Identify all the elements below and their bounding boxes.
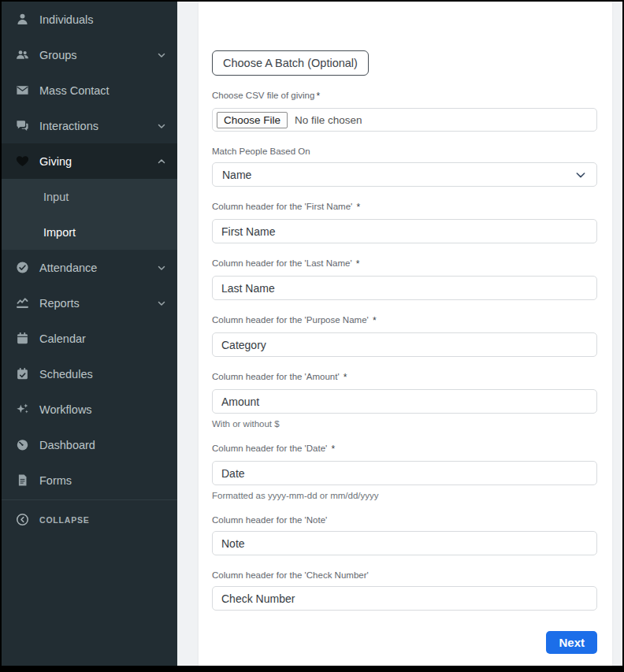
note-group: Column header for the 'Note': [212, 515, 597, 555]
sidebar-item-label: Dashboard: [39, 439, 166, 451]
field-label: Column header for the 'First Name' *: [212, 202, 597, 213]
sidebar-item-giving[interactable]: Giving: [2, 143, 177, 179]
check-number-column-input[interactable]: [212, 586, 597, 611]
sidebar-item-forms[interactable]: Forms: [2, 462, 177, 498]
field-label: Column header for the 'Check Number': [212, 570, 597, 580]
envelope-icon: [16, 84, 29, 97]
amount-group: Column header for the 'Amount' * With or…: [212, 372, 597, 429]
sidebar-item-label: Groups: [39, 49, 157, 61]
chevron-up-icon: [157, 157, 166, 166]
csv-file-input[interactable]: Choose File No file chosen: [212, 108, 597, 132]
field-label: Match People Based On: [212, 147, 597, 156]
first-name-column-input[interactable]: [212, 219, 597, 243]
sidebar-subitem-label: Input: [43, 191, 69, 203]
chevron-down-icon: [157, 299, 166, 308]
chevron-down-icon: [574, 169, 587, 181]
sidebar-item-interactions[interactable]: Interactions: [2, 108, 177, 143]
sidebar-item-individuals[interactable]: Individuals: [2, 2, 177, 37]
sidebar-item-label: Interactions: [39, 120, 157, 132]
sidebar-item-label: Schedules: [39, 368, 166, 381]
sidebar-subitem-input[interactable]: Input: [2, 179, 177, 214]
required-asterisk: *: [373, 315, 377, 326]
sidebar-subitem-import[interactable]: Import: [2, 214, 177, 250]
required-asterisk: *: [344, 372, 347, 383]
sidebar-item-groups[interactable]: Groups: [2, 37, 177, 72]
field-label: Column header for the 'Purpose Name' *: [212, 315, 597, 326]
sidebar-item-schedules[interactable]: Schedules: [2, 356, 177, 392]
sidebar-item-label: Individuals: [39, 13, 166, 26]
next-button[interactable]: Next: [546, 631, 597, 654]
sidebar-item-label: Calendar: [39, 332, 166, 345]
sidebar-item-label: Attendance: [39, 262, 157, 274]
field-label: Choose CSV file of giving*: [212, 91, 597, 102]
sidebar-subitem-label: Import: [43, 226, 76, 239]
sidebar-divider: [2, 499, 177, 500]
sidebar-item-label: Reports: [39, 297, 157, 310]
field-label: Column header for the 'Note': [212, 515, 597, 525]
purpose-name-group: Column header for the 'Purpose Name' *: [212, 315, 597, 357]
heart-icon: [16, 154, 29, 168]
sidebar-item-reports[interactable]: Reports: [2, 285, 177, 321]
check-number-group: Column header for the 'Check Number': [212, 570, 597, 611]
date-helper-text: Formatted as yyyy-mm-dd or mm/dd/yyyy: [212, 491, 597, 500]
sidebar-item-attendance[interactable]: Attendance: [2, 250, 177, 285]
sidebar: Individuals Groups Mass Contact Interact…: [2, 2, 177, 666]
date-group: Column header for the 'Date' * Formatted…: [212, 444, 597, 500]
person-icon: [16, 13, 29, 26]
sidebar-item-dashboard[interactable]: Dashboard: [2, 427, 177, 462]
purpose-name-column-input[interactable]: [212, 332, 597, 357]
choose-batch-button[interactable]: Choose A Batch (Optional): [212, 50, 369, 76]
chevron-down-icon: [157, 121, 166, 131]
sidebar-item-mass-contact[interactable]: Mass Contact: [2, 72, 177, 108]
calendar-icon: [16, 332, 29, 345]
chart-line-icon: [16, 296, 29, 310]
chevron-down-icon: [157, 50, 166, 60]
sidebar-item-label: Mass Contact: [39, 84, 166, 97]
form-actions: Next: [212, 631, 597, 654]
main-content: Choose A Batch (Optional) Choose CSV fil…: [177, 2, 622, 666]
csv-file-group: Choose CSV file of giving* Choose File N…: [212, 91, 597, 132]
giving-import-form: Choose A Batch (Optional) Choose CSV fil…: [199, 2, 612, 666]
first-name-group: Column header for the 'First Name' *: [212, 202, 597, 243]
collapse-sidebar-button[interactable]: COLLAPSE: [2, 502, 177, 537]
people-icon: [16, 48, 29, 61]
document-icon: [16, 473, 29, 487]
match-people-group: Match People Based On Name: [212, 147, 597, 187]
check-circle-icon: [16, 261, 29, 274]
sidebar-item-label: Giving: [39, 155, 157, 168]
field-label: Column header for the 'Last Name' *: [212, 258, 597, 269]
date-column-input[interactable]: [212, 461, 597, 485]
collapse-label: COLLAPSE: [39, 515, 90, 525]
required-asterisk: *: [356, 202, 360, 213]
sidebar-item-label: Workflows: [39, 403, 166, 416]
required-asterisk: *: [316, 91, 320, 102]
file-status-text: No file chosen: [295, 114, 362, 126]
chevron-left-circle-icon: [16, 513, 29, 526]
chevron-down-icon: [157, 263, 166, 273]
last-name-column-input[interactable]: [212, 276, 597, 300]
sidebar-item-workflows[interactable]: Workflows: [2, 392, 177, 427]
choose-file-button[interactable]: Choose File: [217, 112, 288, 128]
required-asterisk: *: [356, 258, 360, 269]
match-people-select[interactable]: Name: [212, 162, 597, 187]
app-window: Individuals Groups Mass Contact Interact…: [0, 0, 624, 672]
required-asterisk: *: [332, 444, 336, 455]
amount-helper-text: With or without $: [212, 419, 597, 429]
gauge-icon: [16, 438, 29, 451]
field-label: Column header for the 'Date' *: [212, 444, 597, 455]
giving-submenu: Input Import: [2, 179, 177, 250]
sidebar-item-calendar[interactable]: Calendar: [2, 321, 177, 356]
field-label: Column header for the 'Amount' *: [212, 372, 597, 383]
calendar-check-icon: [16, 367, 29, 381]
note-column-input[interactable]: [212, 531, 597, 555]
magic-sparkle-icon: [16, 403, 29, 416]
select-value: Name: [222, 169, 251, 181]
chat-icon: [16, 119, 29, 132]
last-name-group: Column header for the 'Last Name' *: [212, 258, 597, 300]
sidebar-item-label: Forms: [39, 474, 166, 487]
amount-column-input[interactable]: [212, 389, 597, 414]
